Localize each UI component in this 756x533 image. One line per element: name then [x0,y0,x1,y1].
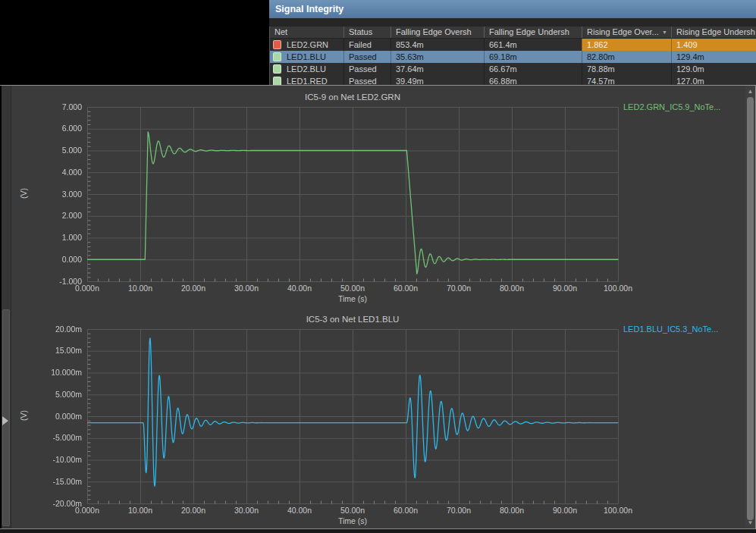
panel-title-bar[interactable]: Signal Integrity [269,0,756,18]
reu-cell: 127.0m [671,75,756,85]
y-tick-label: 10.000m [27,368,82,377]
reu-cell: 129.4m [671,51,756,63]
window-bottom-edge [0,529,756,533]
net-cell: LED2.BLU [270,63,343,75]
y-tick-label: -10.00m [27,455,82,464]
plot-area-led2-grn[interactable] [87,107,619,282]
reu-cell: 129.0m [671,63,756,75]
chart-title: IC5-3 on Net LED1.BLU [87,315,618,324]
x-tick-label: 20.00n [167,506,220,515]
legend-led1-blu[interactable]: LED1.BLU_IC5.3_NoTe... [623,325,718,334]
y-tick-label: 5.000m [27,390,82,399]
status-swatch [273,52,281,61]
x-axis-label: Time (s) [87,294,618,303]
chart-led1-blu: IC5-3 on Net LED1.BLU (V) LED1.BLU_IC5.3… [0,308,743,530]
results-table: Net Status Falling Edge Oversh Falling E… [269,27,756,85]
signal-integrity-panel: Signal Integrity Net Status Falling Edge… [269,0,756,85]
x-tick-label: 40.00n [273,506,326,515]
y-tick-label: 20.00m [27,325,82,334]
y-tick-label: 7.000 [27,102,82,111]
net-name: LED2.BLU [287,63,326,75]
panel-title: Signal Integrity [275,4,343,14]
column-header-net[interactable]: Net [270,27,343,38]
waveform-canvas[interactable] [87,329,619,504]
black-backdrop [0,0,269,85]
y-tick-label: 0.000m [27,412,82,421]
reu-cell: 1.409 [671,39,756,51]
net-name: LED2.GRN [287,39,328,51]
feo-cell: 853.4m [391,39,484,51]
app-window: Signal Integrity Net Status Falling Edge… [0,0,756,533]
status-swatch [273,64,281,74]
table-row-led1-red[interactable]: LED1.RED Passed 39.49m 66.88m 74.57m 127… [270,75,756,85]
x-tick-label: 20.00n [167,284,220,293]
x-tick-label: 70.00n [432,506,485,515]
status-cell: Passed [343,75,391,85]
x-tick-label: 40.00n [273,284,326,293]
right-scrollbar[interactable]: ▲ ▼ [745,86,755,528]
legend-led2-grn[interactable]: LED2.GRN_IC5.9_NoTe... [623,102,720,111]
reo-cell: 74.57m [582,75,671,85]
status-cell: Passed [343,63,391,75]
net-cell: LED1.RED [270,75,343,85]
feu-cell: 66.88m [484,75,582,85]
waveform-canvas[interactable] [87,107,619,282]
y-tick-label: 2.000 [27,211,82,220]
sort-desc-icon: ▼ [662,30,667,36]
x-tick-label: 0.000n [61,506,114,515]
x-axis-label: Time (s) [87,516,618,525]
chart-title: IC5-9 on Net LED2.GRN [87,92,618,102]
x-tick-label: 0.000n [61,284,114,293]
status-swatch [273,40,281,49]
status-swatch [273,77,281,85]
column-header-falling-edge-undershoot[interactable]: Falling Edge Undersh [484,27,582,38]
scroll-down-icon[interactable]: ▼ [745,519,755,527]
scroll-up-icon[interactable]: ▲ [745,88,755,96]
table-row-led2-blu[interactable]: LED2.BLU Passed 37.64m 66.67m 78.88m 129… [270,63,756,75]
y-tick-label: 4.000 [27,168,82,177]
y-tick-label: 1.000 [27,233,82,242]
x-tick-label: 100.00n [591,506,645,515]
y-tick-label: -5.000m [27,433,82,442]
net-cell: LED1.BLU [270,51,343,63]
column-header-status[interactable]: Status [343,27,391,38]
x-tick-label: 80.00n [485,506,538,515]
feo-cell: 39.49m [391,75,484,85]
plot-area-led1-blu[interactable] [87,329,619,504]
feo-cell: 35.63m [391,51,484,63]
status-cell: Passed [343,51,391,63]
x-tick-label: 50.00n [326,506,379,515]
x-tick-label: 60.00n [379,284,432,293]
column-header-rising-edge-undershoot[interactable]: Rising Edge Undersh [671,27,756,38]
x-tick-label: 10.00n [114,284,167,293]
y-tick-label: 5.000 [27,146,82,155]
right-scrollbar-thumb[interactable] [747,97,754,520]
feu-cell: 66.67m [484,63,582,75]
y-tick-label: 3.000 [27,190,82,199]
feu-cell: 661.4m [484,39,582,51]
x-tick-label: 10.00n [114,506,167,515]
x-tick-label: 70.00n [432,284,485,293]
x-tick-label: 30.00n [220,284,273,293]
status-cell: Failed [343,39,391,51]
reo-cell: 82.80m [582,51,671,63]
net-name: LED1.BLU [287,51,326,63]
x-tick-label: 100.00n [591,284,645,293]
waveform-panel: IC5-9 on Net LED2.GRN (V) LED2.GRN_IC5.9… [0,85,756,529]
x-tick-label: 30.00n [220,506,273,515]
reo-cell: 1.862 [582,39,671,51]
table-row-led2-grn[interactable]: LED2.GRN Failed 853.4m 661.4m 1.862 1.40… [270,39,756,51]
table-header-row: Net Status Falling Edge Oversh Falling E… [270,27,756,39]
table-row-led1-blu[interactable]: LED1.BLU Passed 35.63m 69.18m 82.80m 129… [270,51,756,63]
y-tick-label: 0.000 [27,255,82,264]
x-tick-label: 90.00n [538,284,591,293]
column-header-label: Rising Edge Over... [587,27,659,36]
chart-led2-grn: IC5-9 on Net LED2.GRN (V) LED2.GRN_IC5.9… [0,86,743,308]
feo-cell: 37.64m [391,63,484,75]
y-tick-label: 6.000 [27,124,82,133]
net-cell: LED2.GRN [270,39,343,51]
y-tick-label: -15.00m [27,477,82,486]
column-header-rising-edge-overshoot[interactable]: Rising Edge Over... ▼ [582,27,671,38]
x-tick-label: 80.00n [485,284,538,293]
column-header-falling-edge-overshoot[interactable]: Falling Edge Oversh [391,27,484,38]
